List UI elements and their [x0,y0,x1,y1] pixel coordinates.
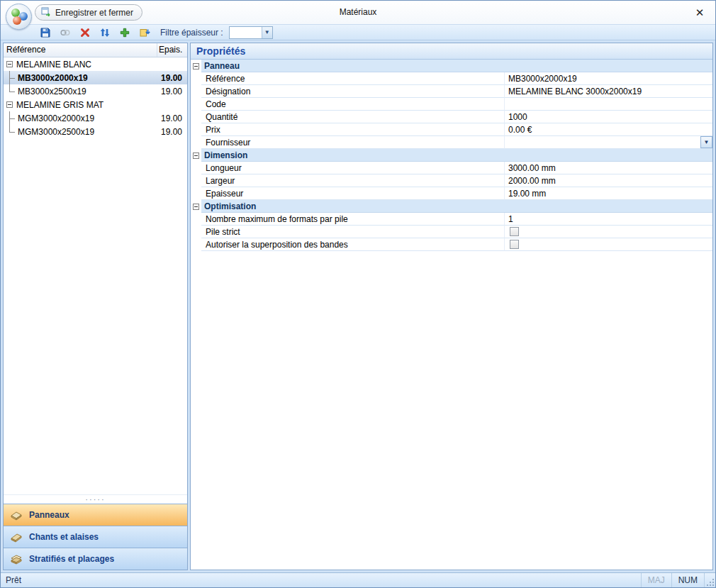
tree-item-reference: MB3000x2000x19 [16,73,159,83]
property-value[interactable]: 1 [505,213,712,226]
collapse-icon[interactable] [193,63,199,70]
row-gutter [191,213,201,226]
section-title: Optimisation [201,200,712,213]
tree-item-reference: MGM3000x2500x19 [16,127,159,137]
add-icon[interactable] [118,26,130,38]
property-section-header[interactable]: Dimension [191,149,712,162]
column-header-thickness[interactable]: Epais. [157,43,187,57]
caps-lock-indicator: MAJ [641,573,671,587]
tree-item-reference: MB3000x2500x19 [16,87,159,96]
tree-item[interactable]: MGM3000x2000x1919.00 [4,111,187,125]
property-row[interactable]: Longueur3000.00 mm [191,162,712,174]
delete-icon[interactable] [79,26,91,38]
import-icon[interactable] [138,26,150,38]
category-button-panneaux[interactable]: Panneaux [4,504,187,526]
property-value[interactable] [505,98,712,111]
property-label: Longueur [201,162,505,174]
property-value-text: MB3000x2000x19 [508,74,577,84]
property-row[interactable]: Prix0.00 € [191,123,712,136]
property-label: Quantité [201,111,505,123]
property-value[interactable]: MB3000x2000x19 [505,72,712,85]
category-label: Stratifiés et placages [29,554,114,564]
property-value[interactable]: 1000 [505,111,712,123]
app-menu-button[interactable] [6,4,32,30]
property-row[interactable]: Quantité1000 [191,111,712,123]
column-header-reference[interactable]: Référence [4,43,157,57]
property-label: Référence [201,72,505,85]
row-gutter [191,123,201,136]
laminate-icon [9,553,24,565]
collapse-gutter [191,149,201,162]
section-title: Dimension [201,149,712,162]
property-label: Largeur [201,174,505,187]
tree-item-thickness: 19.00 [159,87,187,96]
property-row[interactable]: DésignationMELAMINE BLANC 3000x2000x19 [191,85,712,98]
properties-header: Propriétés [191,43,712,60]
tree-item-thickness: 19.00 [159,113,187,123]
category-button-stratifies-et-placages[interactable]: Stratifiés et placages [4,548,187,570]
thickness-filter-value [230,27,262,38]
tree-item-thickness: 19.00 [159,73,187,83]
property-label: Désignation [201,85,505,98]
chevron-down-icon[interactable]: ▼ [262,27,272,38]
tree-item[interactable]: MGM3000x2500x1919.00 [4,125,187,138]
edgeband-icon [9,531,24,543]
close-button[interactable]: ✕ [691,4,708,21]
move-up-down-icon[interactable] [99,26,111,38]
property-value-text: 1000 [508,112,527,122]
tree-group-row[interactable]: MELAMINE GRIS MAT [4,98,187,111]
property-value[interactable]: 2000.00 mm [505,174,712,187]
collapse-icon[interactable] [6,101,13,108]
property-section-header[interactable]: Optimisation [191,200,712,213]
property-value[interactable] [505,238,712,251]
category-label: Chants et alaises [29,532,99,542]
property-value[interactable]: 3000.00 mm [505,162,712,174]
property-row[interactable]: Code [191,98,712,111]
property-label: Code [201,98,505,111]
tree-column-headers: Référence Epais. [4,43,187,57]
property-label: Nombre maximum de formats par pile [201,213,505,226]
duplicate-icon[interactable] [59,26,71,38]
property-checkbox[interactable] [510,227,519,236]
property-row[interactable]: RéférenceMB3000x2000x19 [191,72,712,85]
property-row[interactable]: Autoriser la superposition des bandes [191,238,712,251]
materials-list-panel: Référence Epais. MELAMINE BLANCMB3000x20… [3,43,188,570]
save-icon[interactable] [39,26,51,38]
property-row[interactable]: Pile strict [191,226,712,238]
resize-grip[interactable] [704,573,715,587]
property-row[interactable]: Fournisseur▼ [191,136,712,149]
tree-group-label: MELAMINE GRIS MAT [16,100,104,110]
collapse-icon[interactable] [6,61,13,67]
tree-connector [4,84,16,98]
save-and-close-button[interactable]: Enregistrer et fermer [35,4,142,21]
property-label: Autoriser la superposition des bandes [201,238,505,251]
property-value[interactable] [505,226,712,238]
panel-splitter[interactable]: ····· [4,494,187,504]
tree-item[interactable]: MB3000x2000x1919.00 [4,71,187,84]
property-value[interactable]: ▼ [505,136,712,149]
property-label: Pile strict [201,226,505,238]
row-gutter [191,238,201,251]
property-row[interactable]: Epaisseur19.00 mm [191,187,712,200]
property-section-header[interactable]: Panneau [191,60,712,72]
row-gutter [191,111,201,123]
materials-window: Enregistrer et fermer Matériaux ✕ Filtre… [0,0,716,588]
property-checkbox[interactable] [510,240,519,249]
category-button-chants-et-alaises[interactable]: Chants et alaises [4,526,187,548]
property-value-text: 2000.00 mm [508,176,556,186]
property-value[interactable]: MELAMINE BLANC 3000x2000x19 [505,85,712,98]
collapse-icon[interactable] [193,152,199,159]
dropdown-button[interactable]: ▼ [700,136,712,148]
property-value-text: 3000.00 mm [508,163,556,173]
property-value[interactable]: 19.00 mm [505,187,712,200]
property-row[interactable]: Largeur2000.00 mm [191,174,712,187]
thickness-filter-select[interactable]: ▼ [229,26,273,39]
tree-item[interactable]: MB3000x2500x1919.00 [4,84,187,98]
tree-group-row[interactable]: MELAMINE BLANC [4,57,187,71]
property-value[interactable]: 0.00 € [505,123,712,136]
tree-item-reference: MGM3000x2000x19 [16,113,159,123]
property-grid: PanneauRéférenceMB3000x2000x19Désignatio… [191,60,712,570]
collapse-icon[interactable] [193,204,199,210]
property-row[interactable]: Nombre maximum de formats par pile1 [191,213,712,226]
properties-panel: Propriétés PanneauRéférenceMB3000x2000x1… [190,43,713,570]
